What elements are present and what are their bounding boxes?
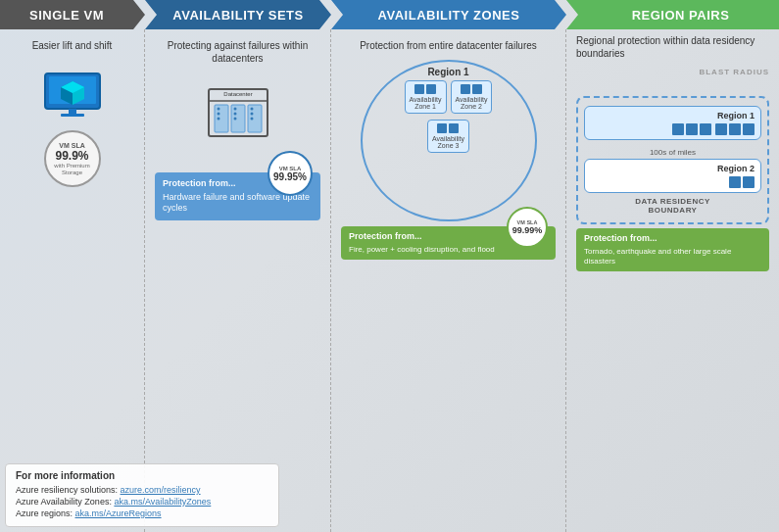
svg-point-17 — [233, 118, 236, 121]
data-residency-label: DATA RESIDENCYBOUNDARY — [584, 197, 761, 215]
r1-dc5 — [729, 123, 741, 135]
info-box: For more information Azure resiliency so… — [5, 463, 279, 527]
header-row: Single VM Availability Sets Availability… — [0, 0, 779, 29]
col-availability-zones: Protection from entire datacenter failur… — [331, 29, 566, 532]
az3-row: AvailabilityZone 3 — [427, 120, 469, 153]
content-row: Easier lift and shift — [0, 29, 779, 532]
az3-label: AvailabilityZone 3 — [432, 135, 464, 149]
vm-sla-label: VM SLA — [59, 142, 84, 149]
info-line3-text: Azure regions: — [16, 508, 75, 518]
main-container: Single VM Availability Sets Availability… — [0, 0, 779, 532]
monitor-svg — [43, 72, 102, 121]
r1-dc4 — [715, 123, 727, 135]
r1-dc6 — [743, 123, 755, 135]
info-line3-link[interactable]: aka.ms/AzureRegions — [75, 508, 162, 518]
az2-dc1 — [461, 84, 470, 94]
info-line2: Azure Availability Zones: aka.ms/Availab… — [16, 497, 268, 507]
az2-dc2 — [472, 84, 482, 94]
region2-box: Region 2 — [584, 159, 761, 193]
svg-rect-5 — [69, 109, 76, 114]
header-region-pairs-label: Region Pairs — [632, 8, 730, 23]
svg-point-19 — [250, 113, 253, 116]
header-availability-sets-label: Availability Sets — [172, 8, 303, 23]
az3-dc1 — [437, 123, 447, 133]
avzone-sla-value: 99.99% — [512, 225, 543, 235]
az2-dc-mini — [456, 84, 488, 94]
az2-box: AvailabilityZone 2 — [451, 80, 493, 114]
svg-point-13 — [217, 113, 219, 116]
az1-dc2 — [426, 84, 436, 94]
svg-rect-6 — [61, 114, 84, 117]
az1-label: AvailabilityZone 1 — [410, 96, 442, 110]
region-pairs-subtitle: Regional protection within data residenc… — [576, 34, 769, 60]
svg-point-14 — [217, 118, 219, 121]
vm-monitor-icon — [10, 72, 134, 121]
vm-sla-sub: with Premium Storage — [46, 163, 99, 175]
r1-dc3 — [700, 123, 711, 135]
availability-sets-subtitle: Protecting against failures within datac… — [155, 39, 320, 65]
r2-dc1 — [729, 176, 741, 188]
svg-point-16 — [233, 113, 236, 116]
header-availability-zones-label: Availability Zones — [378, 8, 520, 23]
info-line2-link[interactable]: aka.ms/AvailabilityZones — [114, 497, 211, 507]
col-region-pairs: Regional protection within data residenc… — [566, 29, 779, 532]
svg-point-18 — [250, 108, 253, 111]
region2-dc-group — [591, 176, 755, 188]
region1-circle: Region 1 AvailabilityZone 1 — [361, 60, 537, 221]
info-line1-link[interactable]: azure.com/resiliency — [121, 485, 201, 495]
r1-dc1 — [672, 123, 684, 135]
single-vm-subtitle: Easier lift and shift — [10, 39, 134, 52]
svg-point-20 — [250, 118, 253, 121]
data-residency-box: Region 1 — [576, 96, 769, 224]
svg-point-15 — [233, 108, 236, 111]
region1-dc-group — [591, 123, 755, 135]
header-region-pairs: Region Pairs — [566, 0, 779, 29]
az-region1-label: Region 1 — [427, 67, 468, 77]
vm-sla-badge-single: VM SLA 99.9% with Premium Storage — [44, 130, 101, 187]
svg-point-12 — [217, 108, 219, 111]
col-availability-sets: Protecting against failures within datac… — [145, 29, 331, 532]
col-single-vm: Easier lift and shift — [0, 29, 145, 532]
info-line1-text: Azure resiliency solutions: — [16, 485, 121, 495]
svg-rect-11 — [248, 105, 262, 132]
az3-dc2 — [449, 123, 459, 133]
vm-sla-badge-avset: VM SLA 99.95% — [268, 151, 313, 196]
region2-title: Region 2 — [591, 164, 755, 173]
az3-box: AvailabilityZone 3 — [427, 120, 469, 153]
r1-dc2 — [686, 123, 698, 135]
region1-title: Region 1 — [591, 111, 755, 121]
az1-dc-mini — [410, 84, 442, 94]
vm-sla-value: 99.9% — [55, 149, 88, 163]
az-top-row: AvailabilityZone 1 AvailabilityZone 2 — [405, 80, 493, 114]
header-single-vm-label: Single VM — [29, 8, 104, 23]
region-protection-body: Tornado, earthquake and other large scal… — [584, 247, 761, 267]
az2-label: AvailabilityZone 2 — [456, 96, 488, 110]
az3-dc-mini — [432, 123, 464, 133]
region1-cluster1 — [672, 123, 711, 135]
availability-zones-subtitle: Protection from entire datacenter failur… — [341, 39, 556, 52]
az1-dc1 — [414, 84, 424, 94]
svg-rect-10 — [231, 105, 245, 132]
data-residency-text: DATA RESIDENCYBOUNDARY — [635, 197, 710, 215]
region-protection-box: Protection from... Tornado, earthquake a… — [576, 228, 769, 271]
info-line2-text: Azure Availability Zones: — [16, 497, 114, 507]
datacenter-svg: Datacenter — [199, 79, 277, 143]
region2-cluster1 — [729, 176, 755, 188]
vm-sla-badge-avzone: VM SLA 99.99% — [507, 207, 548, 248]
avset-sla-value: 99.95% — [273, 171, 307, 182]
info-box-title: For more information — [16, 470, 268, 481]
hundred-miles-label: 100s of miles — [584, 146, 761, 159]
region1-box: Region 1 — [584, 106, 761, 140]
az1-box: AvailabilityZone 1 — [405, 80, 447, 114]
info-line1: Azure resiliency solutions: azure.com/re… — [16, 485, 268, 495]
blast-radius-label: BLAST RADIUS — [576, 68, 769, 76]
datacenter-icon: Datacenter — [155, 79, 320, 143]
header-single-vm: Single VM — [0, 0, 145, 29]
r2-dc2 — [743, 176, 755, 188]
svg-rect-9 — [215, 105, 228, 132]
header-availability-zones: Availability Zones — [331, 0, 566, 29]
header-availability-sets: Availability Sets — [145, 0, 331, 29]
region-protection-title: Protection from... — [584, 233, 761, 245]
avzone-protection-body: Fire, power + cooling disruption, and fl… — [349, 245, 548, 255]
info-line3: Azure regions: aka.ms/AzureRegions — [16, 508, 268, 518]
